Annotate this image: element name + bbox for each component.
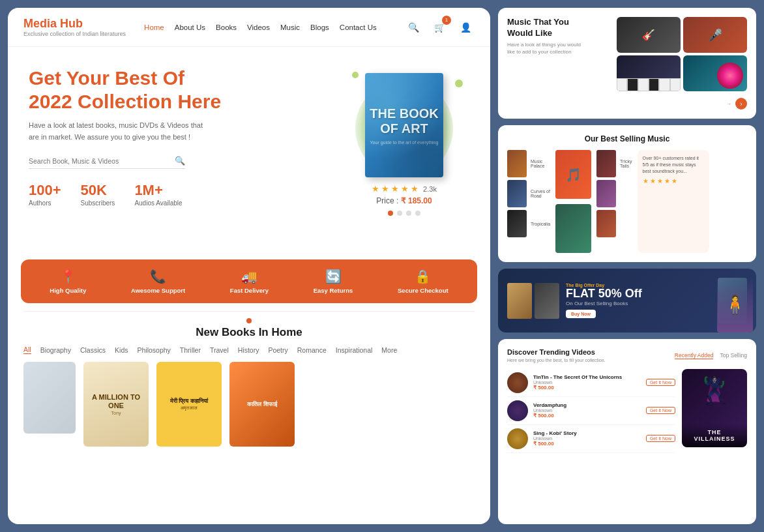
stat-subscribers: 50K Subscribers (81, 182, 115, 207)
offer-books (507, 283, 559, 319)
feature-delivery-label: Fast Delivery (230, 287, 269, 294)
trending-item-1: TinTin - The Secret Of The Unicorns Unkn… (507, 369, 675, 397)
bs-book-1[interactable]: MusicPalace (507, 150, 550, 177)
trending-item-1-sub: Unknown (533, 380, 641, 385)
bs-book-thumb-1 (507, 150, 527, 177)
nav-blogs[interactable]: Blogs (310, 23, 329, 31)
nav-music[interactable]: Music (280, 23, 300, 31)
bs-book-info-4: TrickyTails (620, 159, 632, 168)
trending-featured-img[interactable]: THE VILLAINESS 🦹‍♀️ (682, 369, 747, 447)
bs-book-thumb-6 (596, 210, 616, 237)
filter-biography[interactable]: Biography (40, 346, 71, 354)
bs-book-5[interactable] (596, 180, 632, 207)
filter-travel[interactable]: Travel (210, 346, 229, 354)
hero-subtitle: Have a look at latest books, music DVDs … (29, 120, 205, 143)
hero-section: Get Your Best Of 2022 Collection Here Ha… (8, 47, 490, 249)
trending-item-1-btn[interactable]: Get It Now (646, 379, 675, 386)
bs-review: Over 90+ customers rated it 5/5 as if th… (638, 150, 709, 253)
trending-thumb-3 (507, 428, 528, 449)
cart-icon[interactable]: 🛒 1 (430, 18, 448, 37)
book-card-3[interactable]: कातिल शिफाई (229, 362, 295, 447)
trending-item-2-btn[interactable]: Get It Now (646, 407, 675, 414)
key-1 (617, 78, 627, 91)
dot-2[interactable] (397, 211, 402, 216)
bs-center-book-2[interactable] (555, 204, 591, 253)
star-3: ★ (391, 184, 399, 194)
key-6 (670, 78, 681, 91)
nav-videos[interactable]: Videos (247, 23, 270, 31)
bs-center-book-1[interactable]: 🎵 (555, 150, 591, 199)
dot-1[interactable] (388, 211, 393, 216)
stat-authors-num: 100+ (29, 182, 61, 199)
nav-home[interactable]: Home (144, 23, 164, 31)
nav-contact[interactable]: Contact Us (340, 23, 377, 31)
offer-btn[interactable]: Buy Now (566, 310, 596, 318)
trending-thumb-1 (507, 372, 528, 393)
star-5: ★ (411, 184, 419, 194)
filter-inspirational[interactable]: Inspirational (336, 346, 373, 354)
book-price-value: ₹ 185.00 (401, 196, 432, 205)
quality-icon: 📍 (60, 269, 76, 284)
nav-links: Home About Us Books Videos Music Blogs C… (144, 23, 377, 31)
search-icon[interactable]: 🔍 (404, 18, 422, 37)
user-icon[interactable]: 👤 (456, 18, 475, 37)
divider (23, 311, 475, 312)
stat-authors: 100+ Authors (29, 182, 61, 207)
book-1-author: Tony (111, 411, 121, 415)
search-button[interactable]: 🔍 (175, 156, 185, 166)
tab-recently-added[interactable]: Recently Added (675, 352, 714, 359)
trending-item-1-info: TinTin - The Secret Of The Unicorns Unkn… (533, 374, 641, 391)
trending-header: Discover Trending Videos Here we bring y… (507, 348, 747, 364)
bs-center: 🎵 (555, 150, 591, 253)
next-arrow[interactable]: › (735, 98, 747, 110)
feature-delivery: 🚚 Fast Delivery (230, 269, 269, 294)
filter-history[interactable]: History (238, 346, 259, 354)
hero-title-2: Of (163, 67, 184, 89)
best-selling-section: Our Best Selling Music MusicPalace Curve… (498, 125, 756, 262)
filter-poetry[interactable]: Poetry (268, 346, 287, 354)
stat-subscribers-num: 50K (81, 182, 115, 199)
dot-4[interactable] (415, 211, 420, 216)
book-card-1[interactable]: A MILLION TO ONE Tony (83, 362, 149, 447)
delivery-icon: 🚚 (241, 269, 257, 284)
dot-3[interactable] (406, 211, 411, 216)
trending-item-1-title: TinTin - The Secret Of The Unicorns (533, 374, 641, 380)
brand-name: Media Hub (23, 17, 83, 30)
feature-returns: 🔄 Easy Returns (314, 269, 353, 294)
offer-text: The Big Offer Day FLAT 50% Off On Our Be… (566, 283, 711, 318)
hero-title: Get Your Best Of 2022 Collection Here (29, 66, 326, 113)
nav-about[interactable]: About Us (175, 23, 205, 31)
feature-quality-label: High Quality (50, 287, 86, 294)
offer-book-1 (507, 283, 532, 319)
filter-classics[interactable]: Classics (80, 346, 106, 354)
bs-book-6[interactable] (596, 210, 632, 237)
trending-item-3-btn[interactable]: Get It Now (646, 435, 675, 442)
bs-book-info-3: Tropicalia (531, 222, 550, 226)
offer-desc: On Our Best Selling Books (566, 301, 711, 306)
tab-top-selling[interactable]: Top Selling (720, 352, 747, 359)
hero-right: THE BOOK OF ART Your guide to the art of… (339, 66, 469, 249)
discover-sub: Here we bring you the best, to fill your… (507, 357, 606, 364)
search-input[interactable] (29, 157, 171, 165)
bs-book-thumb-3 (507, 210, 527, 237)
book-card-2[interactable]: मेरी प्रिय कहानियां अमृत लाल (156, 362, 222, 447)
music-images: 🎸 🎤 (617, 17, 747, 91)
search-bar[interactable]: 🔍 (29, 153, 185, 169)
book-card-extra[interactable] (23, 362, 76, 447)
filter-philosophy[interactable]: Philosophy (137, 346, 170, 354)
bs-book-2[interactable]: Curves ofRoad (507, 180, 550, 207)
filter-thriller[interactable]: Thriller (180, 346, 201, 354)
bs-book-4[interactable]: TrickyTails (596, 150, 632, 177)
checkout-icon: 🔒 (415, 269, 431, 284)
trending-item-2: Verdampfung Unknown ₹ 500.00 Get It Now (507, 397, 675, 425)
bs-book-3[interactable]: Tropicalia (507, 210, 550, 237)
featured-book-cover[interactable]: THE BOOK OF ART Your guide to the art of… (365, 73, 443, 177)
filter-all[interactable]: All (23, 346, 31, 354)
trending-content: TinTin - The Secret Of The Unicorns Unkn… (507, 369, 747, 453)
left-panel: Media Hub Exclusive collection of Indian… (8, 8, 490, 524)
filter-romance[interactable]: Romance (297, 346, 327, 354)
nav-books[interactable]: Books (216, 23, 237, 31)
filter-kids[interactable]: Kids (115, 346, 128, 354)
filter-more[interactable]: More (381, 346, 397, 354)
offer-person-figure: 🧍 (717, 277, 753, 332)
